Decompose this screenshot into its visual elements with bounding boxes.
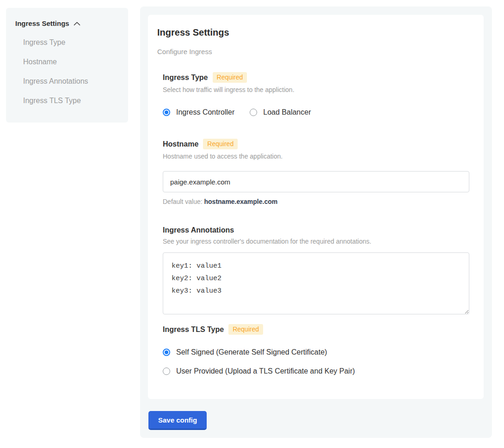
hostname-input[interactable] xyxy=(163,171,469,192)
ingress-annotations-label: Ingress Annotations xyxy=(163,226,234,234)
field-group-hostname: Hostname Required Hostname used to acces… xyxy=(163,139,469,205)
sidebar-item-ingress-annotations[interactable]: Ingress Annotations xyxy=(23,77,119,86)
ingress-type-help: Select how traffic will ingress to the a… xyxy=(163,86,469,93)
default-value-text: hostname.example.com xyxy=(204,198,278,205)
default-value-prefix: Default value: xyxy=(163,198,203,205)
ingress-tls-type-label: Ingress TLS Type xyxy=(163,325,224,334)
hostname-help: Hostname used to access the application. xyxy=(163,153,469,160)
radio-button-icon xyxy=(163,109,170,116)
required-badge: Required xyxy=(228,324,263,335)
sidebar-item-ingress-type[interactable]: Ingress Type xyxy=(23,38,119,47)
page-title: Ingress Settings xyxy=(157,27,469,38)
chevron-up-icon xyxy=(74,22,80,26)
ingress-type-label: Ingress Type xyxy=(163,74,208,82)
radio-label: Ingress Controller xyxy=(176,108,234,117)
radio-label: User Provided (Upload a TLS Certificate … xyxy=(176,367,355,375)
radio-label: Load Balancer xyxy=(263,108,311,117)
radio-load-balancer[interactable]: Load Balancer xyxy=(250,108,311,117)
radio-self-signed[interactable]: Self Signed (Generate Self Signed Certif… xyxy=(163,348,469,356)
ingress-annotations-help: See your ingress controller's documentat… xyxy=(163,238,469,245)
required-badge: Required xyxy=(203,139,238,149)
required-badge: Required xyxy=(213,72,247,83)
sidebar-item-list: Ingress Type Hostname Ingress Annotation… xyxy=(23,38,119,105)
sidebar-item-ingress-tls-type[interactable]: Ingress TLS Type xyxy=(23,97,119,105)
radio-label: Self Signed (Generate Self Signed Certif… xyxy=(176,348,327,356)
ingress-annotations-textarea[interactable]: key1: value1 key2: value2 key3: value3 xyxy=(163,252,469,314)
field-group-ingress-annotations: Ingress Annotations See your ingress con… xyxy=(163,226,469,314)
radio-ingress-controller[interactable]: Ingress Controller xyxy=(163,108,234,117)
sidebar-group-label: Ingress Settings xyxy=(15,19,69,27)
sidebar-item-hostname[interactable]: Hostname xyxy=(23,58,119,66)
config-panel: Ingress Settings Configure Ingress Ingre… xyxy=(140,6,492,438)
ingress-type-radio-group: Ingress Controller Load Balancer xyxy=(163,108,469,117)
radio-button-icon xyxy=(163,349,170,356)
save-config-button[interactable]: Save config xyxy=(148,411,207,430)
config-nav-sidebar: Ingress Settings Ingress Type Hostname I… xyxy=(6,8,128,123)
radio-button-icon xyxy=(250,109,257,116)
page-subtitle: Configure Ingress xyxy=(157,48,469,55)
field-group-ingress-type: Ingress Type Required Select how traffic… xyxy=(163,72,469,117)
hostname-label: Hostname xyxy=(163,140,198,148)
radio-button-icon xyxy=(163,368,170,375)
radio-user-provided[interactable]: User Provided (Upload a TLS Certificate … xyxy=(163,367,469,375)
field-group-ingress-tls-type: Ingress TLS Type Required Self Signed (G… xyxy=(163,324,469,375)
sidebar-group-ingress-settings[interactable]: Ingress Settings xyxy=(15,19,119,27)
config-card: Ingress Settings Configure Ingress Ingre… xyxy=(148,15,484,399)
hostname-default-line: Default value: hostname.example.com xyxy=(163,198,469,205)
